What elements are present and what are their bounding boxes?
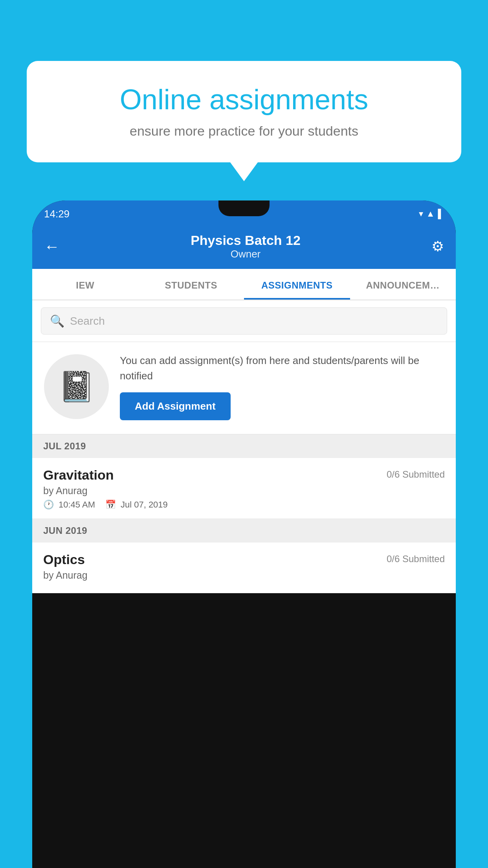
back-button[interactable]: ← [44,238,60,256]
app-header: ← Physics Batch 12 Owner ⚙ [32,227,456,269]
assignment-submitted-gravitation: 0/6 Submitted [387,469,445,480]
header-center: Physics Batch 12 Owner [191,233,301,260]
tab-iew[interactable]: IEW [32,269,138,300]
clock-icon: 🕐 [43,500,54,510]
month-header-jun: JUN 2019 [32,519,456,542]
assignment-time-gravitation: 10:45 AM [59,500,95,510]
add-assignment-button[interactable]: Add Assignment [120,392,231,420]
settings-button[interactable]: ⚙ [431,238,444,255]
month-header-jul: JUL 2019 [32,434,456,458]
assignment-date-gravitation: Jul 07, 2019 [121,500,168,510]
assignment-item-header: Gravitation 0/6 Submitted [43,467,445,483]
notebook-icon: 📓 [58,370,95,404]
tab-students[interactable]: STUDENTS [138,269,244,300]
status-icons: ▾ ▲ ▌ [419,209,444,219]
tabs-bar: IEW STUDENTS ASSIGNMENTS ANNOUNCEM… [32,269,456,300]
bubble-title: Online assignments [52,83,436,116]
assignment-name-gravitation: Gravitation [43,467,114,483]
assignment-meta-gravitation: 🕐 10:45 AM 📅 Jul 07, 2019 [43,500,445,510]
signal-icon: ▲ [426,209,435,219]
battery-icon: ▌ [438,209,444,219]
assignment-item-gravitation[interactable]: Gravitation 0/6 Submitted by Anurag 🕐 10… [32,458,456,519]
speech-bubble: Online assignments ensure more practice … [27,61,461,162]
assignment-item-header-optics: Optics 0/6 Submitted [43,552,445,567]
speech-bubble-container: Online assignments ensure more practice … [27,61,461,162]
assignment-author-gravitation: by Anurag [43,485,445,497]
assignment-author-optics: by Anurag [43,570,445,581]
tab-announcements[interactable]: ANNOUNCEM… [350,269,456,300]
notch [218,200,270,216]
calendar-icon: 📅 [105,500,116,510]
phone-frame: 14:29 ▾ ▲ ▌ ← Physics Batch 12 Owner ⚙ I… [32,200,456,868]
wifi-icon: ▾ [419,209,423,219]
assignment-icon-circle: 📓 [44,354,109,419]
status-time: 14:29 [44,208,70,220]
assignment-name-optics: Optics [43,552,85,567]
search-placeholder: Search [70,315,105,327]
assignment-submitted-optics: 0/6 Submitted [387,554,445,565]
assignment-card-right: You can add assignment(s) from here and … [120,353,444,420]
assignment-card-description: You can add assignment(s) from here and … [120,353,444,384]
bubble-subtitle: ensure more practice for your students [52,123,436,139]
search-bar[interactable]: 🔍 Search [41,307,447,335]
search-container: 🔍 Search [32,300,456,342]
tab-assignments[interactable]: ASSIGNMENTS [244,269,350,300]
status-bar: 14:29 ▾ ▲ ▌ [32,200,456,227]
add-assignment-card: 📓 You can add assignment(s) from here an… [32,342,456,434]
batch-title: Physics Batch 12 [191,233,301,248]
owner-label: Owner [191,248,301,260]
phone-content: 🔍 Search 📓 You can add assignment(s) fro… [32,300,456,593]
assignment-item-optics[interactable]: Optics 0/6 Submitted by Anurag [32,542,456,593]
search-icon: 🔍 [50,314,64,328]
